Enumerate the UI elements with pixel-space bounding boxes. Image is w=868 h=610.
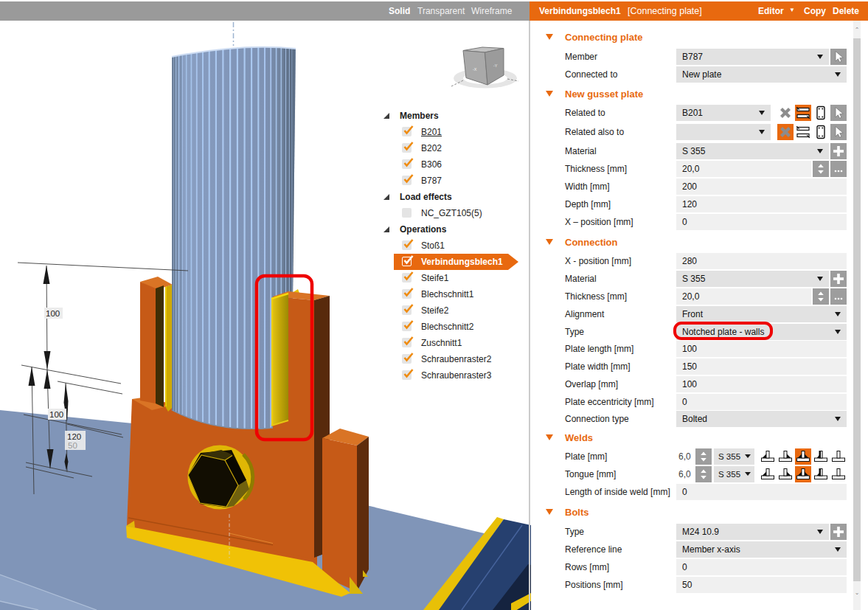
svg-text:100: 100	[46, 309, 60, 318]
svg-text:-Y: -Y	[493, 63, 498, 68]
svg-text:100: 100	[49, 410, 63, 419]
svg-text:120: 120	[67, 432, 81, 441]
svg-text:-X: -X	[473, 67, 477, 72]
svg-text:50: 50	[68, 441, 77, 450]
